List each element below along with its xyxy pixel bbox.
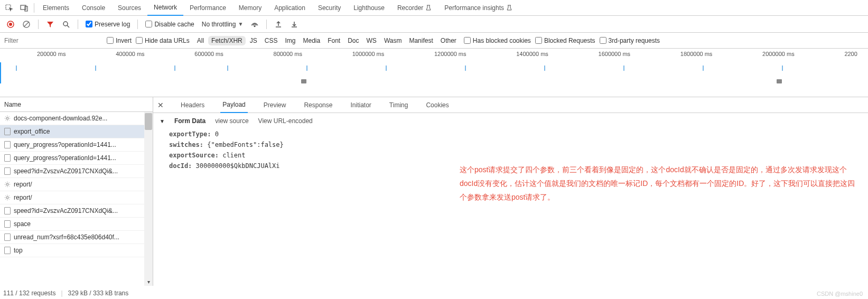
form-data-value: client [222,152,245,159]
third-party-checkbox[interactable]: 3rd-party requests [600,37,660,44]
file-icon [4,233,11,241]
request-name: report/ [14,194,32,201]
hide-data-urls-checkbox[interactable]: Hide data URLs [136,37,190,44]
filter-type-wasm[interactable]: Wasm [381,36,405,45]
request-name: space [14,220,31,228]
tab-sources[interactable]: Sources [111,0,147,16]
tab-performance[interactable]: Performance [183,0,232,16]
watermark: CSDN @mshine0 [817,291,863,297]
detail-tab-headers[interactable]: Headers [179,97,207,113]
chevron-down-icon: ▼ [238,21,243,27]
scrollbar-thumb[interactable] [145,113,152,130]
filter-type-other[interactable]: Other [437,36,460,45]
tab-elements[interactable]: Elements [36,0,76,16]
timeline-data-marker [95,66,96,71]
timeline-data-marker [386,66,387,71]
timeline-data-marker [306,66,307,71]
detail-tab-response[interactable]: Response [302,97,334,113]
filter-type-all[interactable]: All [194,36,207,45]
request-name: unread_num?xsrf=68c435e806d40f... [14,233,119,241]
preserve-log-label: Preserve log [95,21,130,28]
request-row[interactable]: unread_num?xsrf=68c435e806d40f... [0,231,153,244]
filter-type-js[interactable]: JS [247,36,260,45]
timeline-tick: 1400000 ms [516,51,548,57]
request-row[interactable]: top [0,244,153,257]
request-list[interactable]: docs-component-download.92e...export_off… [0,112,153,286]
preserve-log-checkbox[interactable]: Preserve log [83,21,132,28]
tab-lighthouse[interactable]: Lighthouse [347,0,391,16]
device-toggle-icon[interactable] [17,1,32,15]
network-conditions-icon[interactable] [248,18,261,31]
status-bar: 111 / 132 requests | 329 kB / 333 kB tra… [3,289,128,297]
divider [38,20,39,29]
gear-icon [4,194,11,201]
timeline-data-marker [782,66,783,71]
filter-type-media[interactable]: Media [300,36,323,45]
tab-recorder[interactable]: Recorder [391,0,438,16]
request-row[interactable]: export_office [0,125,153,138]
svg-line-8 [67,25,69,27]
request-row[interactable]: space [0,218,153,231]
detail-tab-initiator[interactable]: Initiator [348,97,373,113]
close-detail-button[interactable]: ✕ [157,101,168,109]
timeline-slider-handle[interactable] [301,79,306,83]
filter-type-fetch-xhr[interactable]: Fetch/XHR [208,36,246,45]
record-button[interactable] [4,18,17,31]
disable-cache-checkbox[interactable]: Disable cache [143,21,196,28]
tab-security[interactable]: Security [312,0,347,16]
invert-checkbox[interactable]: Invert [107,37,132,44]
request-row[interactable]: report/ [0,178,153,191]
blocked-requests-checkbox[interactable]: Blocked Requests [535,37,595,44]
search-icon[interactable] [60,18,72,31]
request-row[interactable]: query_progress?operationId=1441... [0,138,153,152]
scrollbar[interactable]: ▾ [144,112,153,286]
filter-type-css[interactable]: CSS [262,36,281,45]
filter-toggle-icon[interactable] [44,18,57,31]
form-data-row: exportType: 0 [160,129,862,139]
filter-type-ws[interactable]: WS [363,36,380,45]
tab-memory[interactable]: Memory [232,0,268,16]
timeline[interactable]: 200000 ms400000 ms600000 ms800000 ms1000… [0,49,868,97]
view-source-link[interactable]: view source [215,117,248,125]
request-row[interactable]: report/ [0,191,153,204]
detail-tab-cookies[interactable]: Cookies [424,97,451,113]
tab-console[interactable]: Console [76,0,111,16]
import-har-icon[interactable] [272,18,285,31]
triangle-down-icon: ▼ [160,118,165,124]
file-icon [4,207,11,214]
timeline-slider-handle[interactable] [777,79,782,83]
clear-button[interactable] [20,18,33,31]
detail-tab-preview[interactable]: Preview [262,97,288,113]
flask-icon [425,5,432,11]
detail-tab-payload[interactable]: Payload [220,97,247,113]
form-data-section-header[interactable]: ▼ Form Data view source View URL-encoded [160,117,862,125]
timeline-tick: 600000 ms [194,51,223,57]
request-row[interactable]: speed?id=ZvszvAcZ0917CNXdQi&... [0,165,153,178]
request-row[interactable]: docs-component-download.92e... [0,112,153,125]
timeline-tick: 200000 ms [37,51,66,57]
detail-tab-timing[interactable]: Timing [387,97,410,113]
request-name: docs-component-download.92e... [14,115,107,122]
filter-type-font[interactable]: Font [324,36,343,45]
timeline-tick: 1200000 ms [434,51,466,57]
request-name: speed?id=ZvszvAcZ0917CNXdQi&... [14,167,118,175]
filter-type-doc[interactable]: Doc [344,36,362,45]
throttling-select[interactable]: No throttling ▼ [200,21,246,28]
request-row[interactable]: speed?id=ZvszvAcZ0917CNXdQi&... [0,204,153,218]
tab-performance-insights[interactable]: Performance insights [438,0,519,16]
export-har-icon[interactable] [288,18,301,31]
inspect-icon[interactable] [2,1,17,15]
file-icon [4,167,11,175]
filter-type-manifest[interactable]: Manifest [406,36,436,45]
view-url-encoded-link[interactable]: View URL-encoded [258,117,313,125]
filter-type-img[interactable]: Img [282,36,298,45]
form-data-value: 300000000$QkbDNCJUAlXi [196,162,280,170]
request-row[interactable]: query_progress?operationId=1441... [0,152,153,165]
svg-point-9 [254,25,255,26]
scrollbar-down-arrow[interactable]: ▾ [144,277,153,286]
tab-application[interactable]: Application [268,0,312,16]
tab-network[interactable]: Network [147,0,183,16]
filter-input[interactable] [2,35,102,46]
has-blocked-cookies-checkbox[interactable]: Has blocked cookies [464,37,531,44]
name-column-header[interactable]: Name [0,97,153,112]
